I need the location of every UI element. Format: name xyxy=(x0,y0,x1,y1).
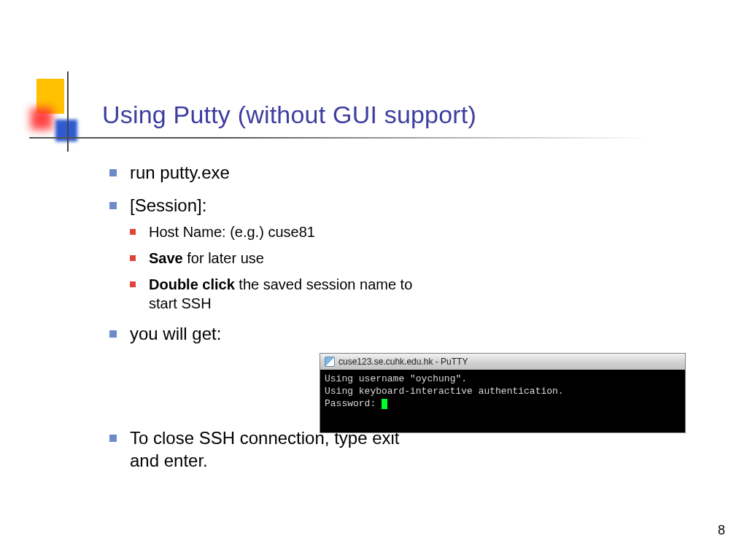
bullet-text: [Session]: xyxy=(130,195,206,215)
bullet-text: To close SSH connection, type exit and e… xyxy=(130,428,400,470)
slide-body: run putty.exe [Session]: Host Name: (e.g… xyxy=(109,162,430,483)
terminal-line: Using username "oychung". xyxy=(325,373,467,384)
sub-bullet-bold: Save xyxy=(149,250,183,266)
sub-bullet-bold: Double click xyxy=(149,276,235,292)
sub-bullet-item: Host Name: (e.g.) cuse81 xyxy=(130,222,430,241)
putty-titlebar: cuse123.se.cuhk.edu.hk - PuTTY xyxy=(320,354,685,370)
sub-bullet-item: Double click the saved session name to s… xyxy=(130,275,430,313)
bullet-item: run putty.exe xyxy=(109,162,430,184)
bullet-item: To close SSH connection, type exit and e… xyxy=(109,427,430,472)
ornament-vertical-line xyxy=(67,71,69,152)
bullet-item: you will get: xyxy=(109,323,430,346)
sub-bullet-text: for later use xyxy=(183,250,264,266)
ornament-red-square xyxy=(31,108,53,130)
terminal-line: Password: xyxy=(325,398,382,409)
putty-icon xyxy=(325,357,335,367)
slide-title: Using Putty (without GUI support) xyxy=(102,101,718,133)
putty-window: cuse123.se.cuhk.edu.hk - PuTTY Using use… xyxy=(320,353,686,433)
terminal-cursor xyxy=(382,399,387,409)
slide-corner-ornament xyxy=(31,79,82,144)
putty-window-title: cuse123.se.cuhk.edu.hk - PuTTY xyxy=(338,357,468,367)
sub-bullet-item: Save for later use xyxy=(130,249,430,268)
bullet-text: run putty.exe xyxy=(130,163,230,182)
bullet-text: you will get: xyxy=(130,324,221,343)
terminal-line: Using keyboard-interactive authenticatio… xyxy=(325,386,564,397)
putty-terminal-body: Using username "oychung". Using keyboard… xyxy=(320,370,685,432)
title-divider xyxy=(29,137,718,139)
bullet-item: [Session]: Host Name: (e.g.) cuse81 Save… xyxy=(109,195,430,314)
sub-bullet-text: Host Name: (e.g.) cuse81 xyxy=(149,224,315,240)
page-number: 8 xyxy=(718,523,725,538)
